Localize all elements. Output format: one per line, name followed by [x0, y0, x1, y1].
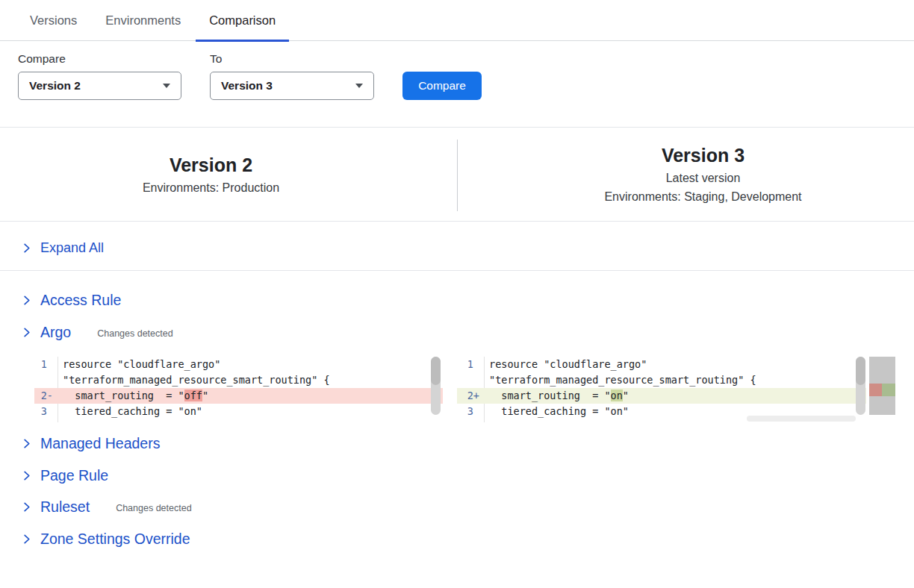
chevron-down-icon [163, 84, 170, 88]
section-title: Ruleset [40, 498, 90, 516]
diff-line: 2+ smart_routing = "on" [457, 388, 866, 404]
diff-pane-right: 1 resource "cloudflare_argo" "terraform_… [457, 357, 866, 422]
diff-pane-left: 1 resource "cloudflare_argo" "terraform_… [34, 357, 443, 422]
scrollbar-thumb[interactable] [856, 357, 865, 385]
diff-line: "terraform_managed_resource_smart_routin… [457, 372, 866, 388]
version-right-environments: Environments: Staging, Development [604, 190, 801, 204]
compare-to-select[interactable]: Version 3 [210, 72, 374, 100]
tab-bar: Versions Environments Comparison [0, 0, 914, 41]
code-text: smart_routing = "on" [484, 388, 629, 404]
section-zone-settings-override[interactable]: Zone Settings Override [21, 531, 190, 548]
section-title: Zone Settings Override [40, 531, 190, 548]
expand-all-button[interactable]: Expand All [21, 240, 104, 256]
code-text: } [57, 419, 69, 422]
line-number [457, 419, 479, 422]
tab-versions[interactable]: Versions [30, 0, 77, 40]
version-right-title: Version 3 [662, 145, 744, 166]
section-title: Access Rule [40, 292, 121, 309]
chevron-right-icon [21, 534, 32, 545]
minimap-added-marker [882, 384, 895, 396]
line-number: 2+ [457, 388, 479, 404]
version-right-subtitle: Latest version [666, 172, 741, 185]
code-text: tiered_caching = "on" [57, 404, 202, 419]
version-right-column: Version 3 Latest version Environments: S… [459, 128, 914, 221]
tab-comparison[interactable]: Comparison [209, 0, 276, 40]
compare-label: Compare [18, 52, 66, 66]
version-left-column: Version 2 Environments: Production [0, 128, 459, 221]
diff-line: } [34, 419, 443, 422]
compare-to-value: Version 3 [221, 79, 273, 93]
version-left-environments: Environments: Production [143, 181, 279, 195]
changes-detected-badge: Changes detected [97, 328, 172, 339]
section-managed-headers[interactable]: Managed Headers [21, 435, 160, 452]
version-left-title: Version 2 [170, 154, 252, 176]
code-text: tiered_caching = "on" [484, 404, 629, 419]
line-number: 3 [457, 404, 479, 419]
expand-all-label: Expand All [40, 240, 104, 256]
section-page-rule[interactable]: Page Rule [21, 467, 108, 484]
chevron-right-icon [21, 295, 32, 306]
chevron-down-icon [355, 84, 363, 88]
section-ruleset[interactable]: Ruleset Changes detected [21, 498, 192, 516]
code-text: smart_routing = "off" [57, 388, 208, 404]
code-text: } [484, 419, 495, 422]
compare-from-select[interactable]: Version 2 [18, 72, 181, 100]
compare-from-value: Version 2 [29, 79, 81, 93]
divider [0, 270, 914, 271]
diff-line: "terraform_managed_resource_smart_routin… [34, 372, 443, 388]
tab-environments[interactable]: Environments [105, 0, 181, 40]
chevron-right-icon [21, 470, 32, 481]
section-title: Page Rule [40, 467, 108, 484]
diff-line: 1 resource "cloudflare_argo" [457, 357, 866, 372]
line-number: 1 [34, 357, 53, 372]
right-pane-scrollbar[interactable] [856, 357, 865, 415]
code-text: resource "cloudflare_argo" [484, 357, 647, 372]
scrollbar-thumb[interactable] [431, 357, 441, 385]
minimap-removed-marker [869, 384, 882, 396]
changed-token: off [184, 390, 202, 401]
code-text: resource "cloudflare_argo" [57, 357, 220, 372]
section-argo[interactable]: Argo Changes detected [21, 324, 173, 341]
line-number: 3 [34, 404, 53, 419]
line-number [34, 372, 53, 388]
to-label: To [210, 52, 222, 66]
line-number [457, 372, 479, 388]
chevron-right-icon [21, 501, 32, 513]
diff-line: 1 resource "cloudflare_argo" [34, 357, 443, 372]
line-number [34, 419, 53, 422]
code-text: "terraform_managed_resource_smart_routin… [57, 372, 330, 388]
changes-detected-badge: Changes detected [116, 503, 191, 513]
horizontal-scrollbar[interactable] [747, 416, 856, 422]
line-number: 1 [457, 357, 479, 372]
column-divider [457, 140, 458, 211]
line-number: 2- [34, 388, 53, 404]
changed-token: on [611, 390, 623, 401]
diff-minimap[interactable] [869, 357, 895, 415]
section-access-rule[interactable]: Access Rule [21, 292, 121, 309]
divider [0, 221, 914, 222]
diff-line: 2- smart_routing = "off" [34, 388, 443, 404]
code-text: "terraform_managed_resource_smart_routin… [484, 372, 756, 388]
chevron-right-icon [21, 243, 32, 254]
section-title: Argo [40, 324, 71, 341]
chevron-right-icon [21, 438, 32, 449]
left-pane-scrollbar[interactable] [431, 357, 441, 415]
chevron-right-icon [21, 327, 32, 338]
compare-button[interactable]: Compare [402, 72, 482, 100]
diff-line: 3 tiered_caching = "on" [34, 404, 443, 419]
section-title: Managed Headers [40, 435, 160, 452]
